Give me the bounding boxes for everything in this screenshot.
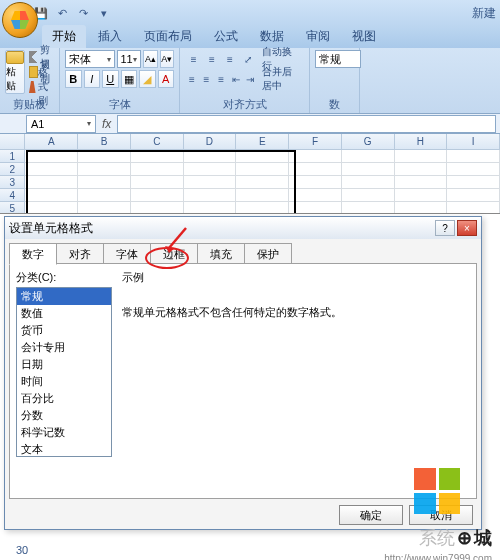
col-header[interactable]: F (289, 134, 342, 150)
cell[interactable] (184, 189, 237, 202)
paste-button[interactable]: 粘贴 (5, 50, 25, 94)
cell[interactable] (289, 202, 342, 214)
cell[interactable] (395, 189, 448, 202)
cell[interactable] (395, 150, 448, 163)
cell[interactable] (184, 150, 237, 163)
office-button[interactable] (2, 2, 38, 38)
qat-more-icon[interactable]: ▾ (95, 4, 113, 22)
dialog-tab-alignment[interactable]: 对齐 (56, 243, 104, 265)
cell[interactable] (131, 189, 184, 202)
font-family-combo[interactable]: 宋体▾ (65, 50, 115, 68)
merge-center-button[interactable]: 合并后居中 (258, 70, 304, 88)
cell[interactable] (236, 202, 289, 214)
category-item[interactable]: 分数 (17, 407, 111, 424)
tab-page-layout[interactable]: 页面布局 (134, 25, 202, 48)
row-header[interactable]: 4 (0, 189, 25, 202)
cell[interactable] (184, 163, 237, 176)
underline-button[interactable]: U (102, 70, 119, 88)
row-header[interactable]: 1 (0, 150, 25, 163)
tab-view[interactable]: 视图 (342, 25, 386, 48)
category-item[interactable]: 货币 (17, 322, 111, 339)
cell[interactable] (25, 176, 78, 189)
row-header[interactable]: 3 (0, 176, 25, 189)
orientation-button[interactable]: ⤢ (240, 50, 257, 68)
cell[interactable] (447, 150, 500, 163)
font-size-combo[interactable]: 11▾ (117, 50, 142, 68)
dialog-titlebar[interactable]: 设置单元格格式 ? × (5, 217, 481, 239)
cell[interactable] (447, 163, 500, 176)
cell[interactable] (78, 202, 131, 214)
category-item[interactable]: 百分比 (17, 390, 111, 407)
format-painter-button[interactable]: 格式刷 (29, 80, 54, 94)
cell[interactable] (342, 189, 395, 202)
cell[interactable] (25, 202, 78, 214)
spreadsheet-grid[interactable]: A B C D E F G H I 12345 (0, 134, 500, 214)
cell[interactable] (395, 163, 448, 176)
dialog-tab-protection[interactable]: 保护 (244, 243, 292, 265)
cell[interactable] (78, 189, 131, 202)
category-item[interactable]: 常规 (17, 288, 111, 305)
formula-input[interactable] (117, 115, 496, 133)
cell[interactable] (447, 189, 500, 202)
number-format-combo[interactable]: 常规 (315, 50, 361, 68)
cell[interactable] (289, 150, 342, 163)
dialog-tab-border[interactable]: 边框 (150, 243, 198, 265)
col-header[interactable]: E (236, 134, 289, 150)
cell[interactable] (131, 176, 184, 189)
cell[interactable] (342, 202, 395, 214)
cell[interactable] (236, 176, 289, 189)
align-top-button[interactable]: ≡ (185, 50, 202, 68)
cell[interactable] (289, 163, 342, 176)
cell[interactable] (25, 150, 78, 163)
cell[interactable] (184, 202, 237, 214)
row-header[interactable]: 5 (0, 202, 25, 214)
align-center-button[interactable]: ≡ (200, 70, 214, 88)
cell[interactable] (395, 202, 448, 214)
cell[interactable] (289, 176, 342, 189)
font-color-button[interactable]: A (158, 70, 175, 88)
category-item[interactable]: 数值 (17, 305, 111, 322)
cell[interactable] (78, 150, 131, 163)
category-list[interactable]: 常规数值货币会计专用日期时间百分比分数科学记数文本特殊自定义 (16, 287, 112, 457)
cell[interactable] (236, 163, 289, 176)
cell[interactable] (25, 163, 78, 176)
cell[interactable] (447, 202, 500, 214)
dialog-tab-font[interactable]: 字体 (103, 243, 151, 265)
increase-font-button[interactable]: A▴ (143, 50, 157, 68)
ok-button[interactable]: 确定 (339, 505, 403, 525)
fill-color-button[interactable]: ◢ (139, 70, 156, 88)
col-header[interactable]: H (395, 134, 448, 150)
cell[interactable] (342, 150, 395, 163)
select-all-corner[interactable] (0, 134, 25, 150)
category-item[interactable]: 科学记数 (17, 424, 111, 441)
category-item[interactable]: 会计专用 (17, 339, 111, 356)
decrease-font-button[interactable]: A▾ (160, 50, 174, 68)
cell[interactable] (447, 176, 500, 189)
cell[interactable] (236, 189, 289, 202)
align-bottom-button[interactable]: ≡ (221, 50, 238, 68)
cell[interactable] (131, 163, 184, 176)
cell[interactable] (78, 176, 131, 189)
cell[interactable] (342, 163, 395, 176)
cell[interactable] (236, 150, 289, 163)
increase-indent-button[interactable]: ⇥ (244, 70, 258, 88)
fx-icon[interactable]: fx (102, 117, 111, 131)
cell[interactable] (184, 176, 237, 189)
dialog-tab-number[interactable]: 数字 (9, 243, 57, 265)
align-middle-button[interactable]: ≡ (203, 50, 220, 68)
bold-button[interactable]: B (65, 70, 82, 88)
category-item[interactable]: 日期 (17, 356, 111, 373)
help-button[interactable]: ? (435, 220, 455, 236)
tab-insert[interactable]: 插入 (88, 25, 132, 48)
tab-formulas[interactable]: 公式 (204, 25, 248, 48)
cell[interactable] (289, 189, 342, 202)
row-header[interactable]: 2 (0, 163, 25, 176)
cell[interactable] (131, 150, 184, 163)
col-header[interactable]: B (78, 134, 131, 150)
align-left-button[interactable]: ≡ (185, 70, 199, 88)
close-button[interactable]: × (457, 220, 477, 236)
name-box[interactable]: A1▾ (26, 115, 96, 133)
col-header[interactable]: I (447, 134, 500, 150)
italic-button[interactable]: I (84, 70, 101, 88)
col-header[interactable]: G (342, 134, 395, 150)
